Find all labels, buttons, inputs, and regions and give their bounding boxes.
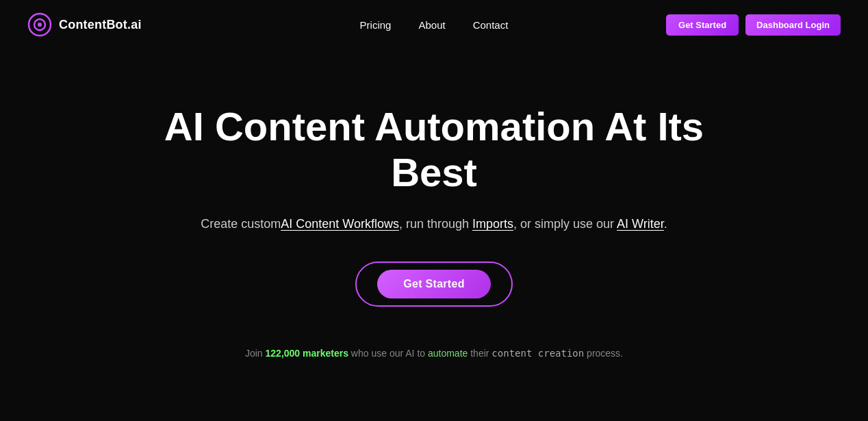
social-proof-content: content creation xyxy=(492,348,584,359)
hero-subtitle-text-3: , or simply use our xyxy=(513,217,617,231)
navbar-right: Get Started Dashboard Login xyxy=(666,14,841,36)
social-proof-mid2: their xyxy=(468,348,492,359)
nav-link-about[interactable]: About xyxy=(418,19,445,31)
hero-social-proof: Join 122,000 marketers who use our AI to… xyxy=(245,348,623,359)
svg-point-2 xyxy=(38,23,42,27)
hero-cta-button[interactable]: Get Started xyxy=(377,270,491,298)
hero-subtitle: Create customAI Content Workflows, run t… xyxy=(201,214,667,234)
get-started-nav-button[interactable]: Get Started xyxy=(666,14,739,36)
dashboard-login-button[interactable]: Dashboard Login xyxy=(745,14,841,36)
hero-link-imports[interactable]: Imports xyxy=(472,217,513,231)
social-proof-mid: who use our AI to xyxy=(348,348,428,359)
navbar: ContentBot.ai Pricing About Contact Get … xyxy=(0,0,868,49)
nav-link-contact[interactable]: Contact xyxy=(473,19,509,31)
logo-icon xyxy=(27,12,52,37)
hero-link-aiwriter[interactable]: AI Writer xyxy=(617,217,664,231)
hero-title: AI Content Automation At Its Best xyxy=(160,104,708,195)
logo-area: ContentBot.ai xyxy=(27,12,142,37)
hero-subtitle-text-2: , run through xyxy=(399,217,472,231)
hero-link-workflows[interactable]: AI Content Workflows xyxy=(281,217,399,231)
social-proof-start: Join xyxy=(245,348,266,359)
hero-subtitle-text-start: Create custom xyxy=(201,217,281,231)
hero-subtitle-text-4: . xyxy=(664,217,667,231)
navbar-center: Pricing About Contact xyxy=(360,19,509,31)
social-proof-automate: automate xyxy=(428,348,468,359)
hero-section: AI Content Automation At Its Best Create… xyxy=(0,49,868,359)
hero-cta-wrapper: Get Started xyxy=(355,261,513,307)
logo-text: ContentBot.ai xyxy=(59,18,142,32)
social-proof-count: 122,000 marketers xyxy=(266,348,348,359)
nav-link-pricing[interactable]: Pricing xyxy=(360,19,392,31)
social-proof-end: process. xyxy=(584,348,623,359)
